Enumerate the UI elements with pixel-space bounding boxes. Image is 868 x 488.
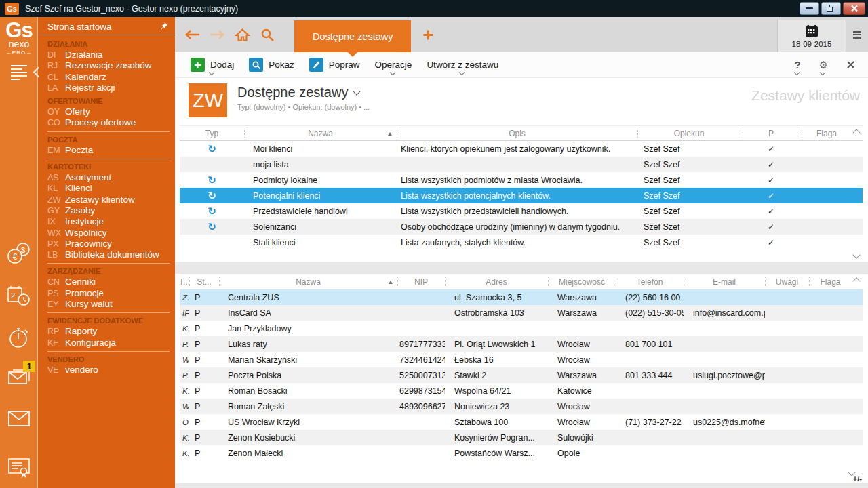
- cell-st: P: [189, 371, 219, 380]
- sidebar-item-pracownicy[interactable]: PXPracownicy: [38, 239, 175, 249]
- cell-opiekun: Szef Szef: [637, 238, 741, 247]
- operations-button[interactable]: Operacje: [368, 52, 420, 77]
- cell-nazwa: Zenon Małecki: [219, 449, 397, 458]
- client-row-centrala-zus[interactable]: Z...PCentrala ZUSul. Szamocka 3, 5Warsza…: [180, 289, 863, 305]
- clients-column-header-telefon[interactable]: Telefon: [616, 274, 684, 289]
- sidebar-item-raporty[interactable]: RPRaporty: [38, 326, 175, 337]
- gear-glyph: ⚙: [819, 59, 828, 71]
- clients-column-header-st[interactable]: St...: [189, 274, 219, 289]
- clients-column-header-uwagi[interactable]: Uwagi: [765, 274, 809, 289]
- app-menu-icon[interactable]: [848, 31, 867, 39]
- sidebar-item-poczta[interactable]: EMPoczta: [38, 145, 175, 156]
- clients-column-header-miejscowo[interactable]: Miejscowość: [548, 274, 616, 289]
- sidebar-item-kursy-walut[interactable]: EYKursy walut: [38, 299, 175, 310]
- planner-clock-icon[interactable]: 2: [0, 283, 38, 309]
- home-icon[interactable]: [234, 28, 250, 42]
- sidebar-item-klienci[interactable]: KLKlienci: [38, 183, 175, 194]
- search-icon[interactable]: [259, 28, 275, 42]
- sidebar-item-oferty[interactable]: OYOferty: [38, 106, 175, 117]
- add-button[interactable]: + Dodaj: [183, 52, 241, 77]
- currency-coins-icon[interactable]: $ €: [0, 241, 38, 266]
- view-title-dropdown[interactable]: Dostępne zestawy: [237, 85, 370, 100]
- sets-column-header-opiekun[interactable]: Opiekun: [637, 126, 741, 140]
- back-arrow-icon[interactable]: [184, 29, 200, 40]
- sort-asc-icon: [388, 132, 392, 136]
- set-row-moi-klienci[interactable]: ↻Moi klienciKlienci, których opiekunem j…: [180, 141, 863, 157]
- sets-column-header-p[interactable]: P: [741, 126, 802, 140]
- sidebar-item-zasoby[interactable]: GYZasoby: [38, 205, 175, 216]
- clients-column-header-t[interactable]: T...: [180, 274, 189, 289]
- sets-column-header-opis[interactable]: Opis: [397, 126, 637, 140]
- client-row-poczta-polska[interactable]: P...PPoczta Polska5250007313Stawki 2Wars…: [180, 367, 863, 383]
- sidebar-item-wsp-lnicy[interactable]: WXWspólnicy: [38, 228, 175, 239]
- sidebar-item-kalendarz[interactable]: CLKalendarz: [38, 72, 175, 83]
- restore-button[interactable]: [821, 2, 841, 15]
- close-view-icon[interactable]: [846, 52, 855, 77]
- sidebar-item-konfiguracja[interactable]: KFKonfiguracja: [38, 338, 175, 348]
- edit-brush-icon: [309, 58, 323, 72]
- sidebar-section-ewidencje-dodatkowe: EWIDENCJE DODATKOWE: [38, 313, 175, 326]
- date-picker[interactable]: 18-09-2015: [777, 20, 846, 52]
- sidebar-item-cenniki[interactable]: CNCenniki: [38, 277, 175, 287]
- menu-list-icon[interactable]: [0, 63, 38, 82]
- splitter[interactable]: [175, 262, 868, 274]
- client-row-marian-skar-y-ski[interactable]: W...PMarian Skarżyński7324461424Łebska 1…: [180, 352, 863, 367]
- set-row-potencjalni-klienci[interactable]: ↻Potencjalni klienciLista wszystkich pot…: [180, 188, 863, 203]
- client-row-lukas-raty[interactable]: P...PLukas raty8971777333Pl. Orląt Lwows…: [180, 336, 863, 352]
- mail-unread-icon[interactable]: 1: [0, 366, 38, 388]
- client-row-inscard-sa[interactable]: IFPInsCard SAOstrobramska 103Warszawa(02…: [180, 305, 863, 321]
- clients-column-header-nip[interactable]: NIP: [397, 274, 445, 289]
- clients-column-header-e-mail[interactable]: E-mail: [684, 274, 765, 289]
- sidebar-item-vendero[interactable]: VEvendero: [38, 365, 175, 375]
- mail-icon[interactable]: [0, 409, 38, 429]
- sidebar-item-promocje[interactable]: PSPromocje: [38, 288, 175, 299]
- client-row-roman-bosacki[interactable]: K...PRoman Bosacki6299873154Wspólna 64/2…: [180, 383, 863, 399]
- sidebar-item-rezerwacje-zasob-w[interactable]: RJRezerwacje zasobów: [38, 60, 175, 71]
- sidebar-item-label: Rezerwacje zasobów: [65, 60, 152, 71]
- clients-column-header-adres[interactable]: Adres: [445, 274, 548, 289]
- sidebar-item-rejestr-akcji[interactable]: LARejestr akcji: [38, 83, 175, 94]
- sidebar-item-dzia-ania[interactable]: DIDziałania: [38, 49, 175, 60]
- license-certificate-icon[interactable]: [0, 456, 38, 481]
- sidebar-item-asortyment[interactable]: ASAsortyment: [38, 172, 175, 183]
- sets-column-header-typ[interactable]: Typ: [180, 126, 244, 140]
- new-tab-plus-icon[interactable]: [422, 29, 434, 41]
- close-button[interactable]: [843, 2, 865, 15]
- pin-icon[interactable]: [159, 22, 168, 33]
- cell-nazwa: InsCard SA: [219, 308, 397, 318]
- stopwatch-icon[interactable]: [0, 323, 38, 350]
- set-row-podmioty-lokalne[interactable]: ↻Podmioty lokalneLista wszystkich podmio…: [180, 172, 863, 188]
- client-row-zenon-kosiebucki[interactable]: K...PZenon KosiebuckiKosynierów Pogran..…: [180, 430, 863, 445]
- client-row-zenon-ma-ecki[interactable]: K...PZenon MałeckiPowstańców Warsz...Opo…: [180, 445, 863, 461]
- set-row-stali-klienci[interactable]: Stali klienciLista zaufanych, stałych kl…: [180, 235, 863, 250]
- sidebar-item-procesy-ofertowe[interactable]: COProcesy ofertowe: [38, 117, 175, 128]
- help-icon[interactable]: ?: [794, 52, 800, 77]
- sidebar-item-strona-startowa[interactable]: Strona startowa: [38, 19, 175, 35]
- cell-nazwa: Moi klienci: [244, 144, 397, 154]
- cell-miejscowo: Wrocław: [548, 340, 616, 349]
- tab-dostepne-zestawy[interactable]: Dostępne zestawy: [294, 20, 411, 52]
- grid-zoom-toggle[interactable]: +/-: [853, 474, 862, 483]
- sets-column-header-flaga[interactable]: Flaga: [802, 126, 852, 140]
- sidebar-item-biblioteka-dokument-w[interactable]: LBBiblioteka dokumentów: [38, 249, 175, 260]
- sidebar-item-label: Rejestr akcji: [65, 83, 115, 94]
- set-row-moja-lista[interactable]: moja listaSzef Szef✓: [180, 157, 863, 172]
- cell-adres: Sztabowa 100: [445, 418, 548, 427]
- client-row-us-wroc-aw-krzyki[interactable]: O...PUS Wrocław KrzykiSztabowa 100Wrocła…: [180, 414, 863, 430]
- add-icon: +: [191, 58, 205, 72]
- client-row-jan-przyk-adowy[interactable]: K...PJan Przykładowy: [180, 321, 863, 336]
- sidebar-item-instytucje[interactable]: IXInstytucje: [38, 216, 175, 227]
- create-from-set-button[interactable]: Utwórz z zestawu: [419, 52, 506, 77]
- clients-column-header-flaga[interactable]: Flaga: [809, 274, 852, 289]
- minimize-button[interactable]: [800, 2, 819, 15]
- client-row-roman-za-ski[interactable]: W...PRoman Załęski4893096627Noniewicza 2…: [180, 399, 863, 414]
- show-button[interactable]: Pokaż: [241, 52, 302, 77]
- sidebar-item-zestawy-klient-w[interactable]: ZWZestawy klientów: [38, 195, 175, 205]
- set-row-solenizanci[interactable]: ↻SolenizanciOsoby obchodzące urodziny (i…: [180, 219, 863, 235]
- settings-gear-icon[interactable]: ⚙: [819, 52, 828, 77]
- clients-column-header-nazwa[interactable]: Nazwa: [219, 274, 397, 289]
- filter-summary[interactable]: Typ: (dowolny) • Opiekun: (dowolny) • ..…: [237, 103, 370, 111]
- sets-column-header-nazwa[interactable]: Nazwa: [244, 126, 397, 140]
- forward-arrow-icon[interactable]: [209, 29, 225, 40]
- set-row-przedstawiciele-handlowi[interactable]: ↻Przedstawiciele handlowiLista wszystkic…: [180, 203, 863, 219]
